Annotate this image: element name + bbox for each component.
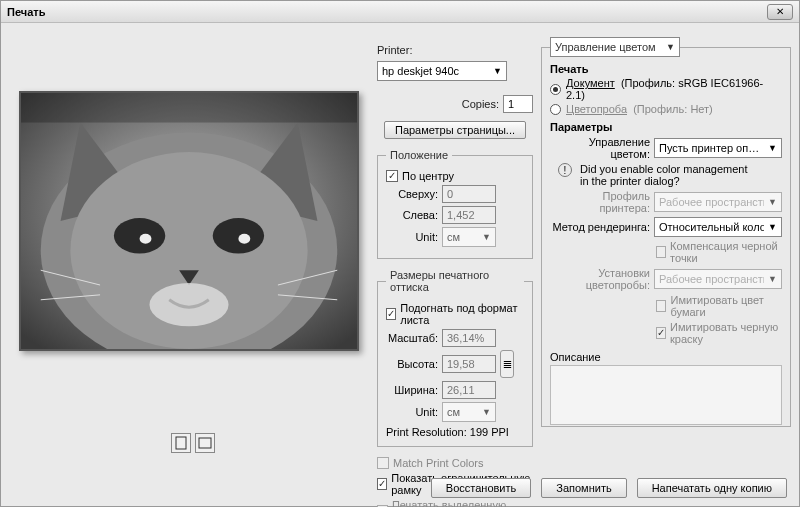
proof-radio[interactable]: Цветопроба (Профиль: Нет) [550, 103, 782, 115]
simulate-paper-checkbox: Имитировать цвет бумаги [656, 294, 782, 318]
scaled-print-group: Размеры печатного оттиска Подогнать под … [377, 269, 533, 447]
copies-input[interactable] [503, 95, 533, 113]
height-input [442, 355, 496, 373]
print-dialog: Печать ✕ [0, 0, 800, 507]
page-setup-button[interactable]: Параметры страницы... [384, 121, 526, 139]
print-resolution-label: Print Resolution: 199 PPI [386, 426, 524, 438]
print-one-copy-button[interactable]: Напечатать одну копию [637, 478, 787, 498]
svg-point-5 [114, 218, 165, 253]
rendering-intent-select[interactable]: Относительный колориметр...▼ [654, 217, 782, 237]
titlebar: Печать ✕ [1, 1, 799, 23]
center-checkbox[interactable]: По центру [386, 170, 524, 182]
document-radio[interactable]: Документ (Профиль: sRGB IEC61966-2.1) [550, 77, 782, 101]
description-area [550, 365, 782, 425]
info-icon: ! [558, 163, 572, 177]
width-input [442, 381, 496, 399]
blackpoint-checkbox: Компенсация черной точки [656, 240, 782, 264]
remember-button[interactable]: Запомнить [541, 478, 626, 498]
position-unit-select: см▼ [442, 227, 496, 247]
color-management-dropdown[interactable]: Управление цветом▼ [550, 37, 680, 57]
svg-rect-17 [199, 438, 211, 448]
print-selection-checkbox: Печатать выделенную область [377, 499, 533, 507]
position-top-input [442, 185, 496, 203]
svg-rect-15 [21, 93, 357, 123]
reset-button[interactable]: Восстановить [431, 478, 531, 498]
description-label: Описание [550, 351, 782, 363]
printer-profile-select: Рабочее пространство RGB - ...▼ [654, 192, 782, 212]
simulate-ink-checkbox: Имитировать черную краску [656, 321, 782, 345]
scaled-unit-select: см▼ [442, 402, 496, 422]
svg-point-7 [140, 234, 152, 244]
orientation-landscape-button[interactable] [195, 433, 215, 453]
svg-rect-16 [176, 437, 186, 449]
right-panel: Управление цветом▼ Печать Документ (Проф… [541, 37, 791, 427]
scale-input [442, 329, 496, 347]
link-icon: 𝌆 [500, 350, 514, 378]
print-preview [19, 91, 359, 351]
match-print-colors-checkbox: Match Print Colors [377, 457, 533, 469]
copies-label: Copies: [462, 98, 499, 110]
svg-point-8 [238, 234, 250, 244]
svg-point-6 [213, 218, 264, 253]
fit-media-checkbox[interactable]: Подогнать под формат листа [386, 302, 524, 326]
position-left-input [442, 206, 496, 224]
orientation-portrait-button[interactable] [171, 433, 191, 453]
printer-select[interactable]: hp deskjet 940c▼ [377, 61, 507, 81]
window-title: Печать [7, 6, 45, 18]
close-button[interactable]: ✕ [767, 4, 793, 20]
printer-label: Printer: [377, 44, 412, 56]
svg-point-10 [149, 283, 228, 326]
proof-setup-select: Рабочее пространство CMYK ...▼ [654, 269, 782, 289]
chevron-down-icon: ▼ [493, 66, 502, 76]
color-handling-select[interactable]: Пусть принтер определяет ц...▼ [654, 138, 782, 158]
position-group: Положение По центру Сверху: Слева: Unit:… [377, 149, 533, 259]
